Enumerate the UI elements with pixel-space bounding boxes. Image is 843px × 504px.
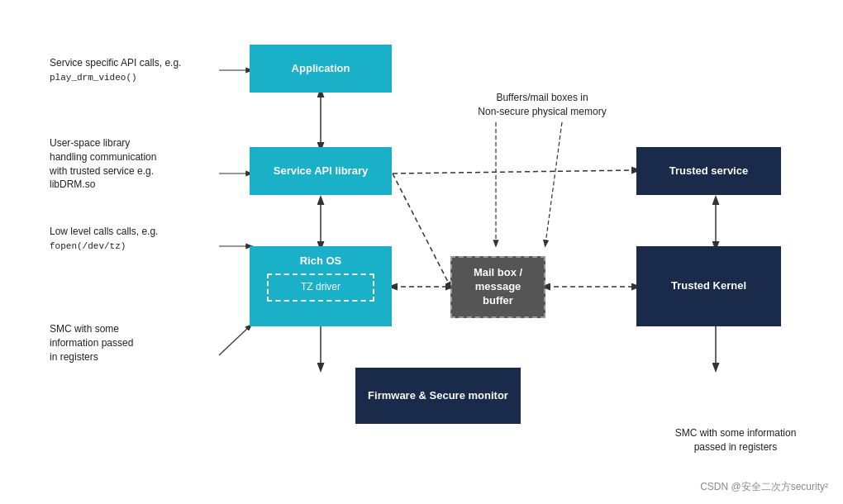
label-smc-left: SMC with some information passed in regi… — [50, 322, 215, 364]
rich-os-box: Rich OS TZ driver — [250, 246, 392, 326]
label-buffers: Buffers/mail boxes in Non-secure physica… — [460, 91, 625, 119]
trusted-kernel-label: Trusted Kernel — [671, 279, 746, 293]
watermark: CSDN @安全二次方security² — [700, 480, 828, 494]
tz-driver-label: TZ driver — [301, 281, 341, 294]
diagram-container: Application Service API library Rich OS … — [0, 0, 843, 504]
trusted-service-label: Trusted service — [669, 164, 748, 178]
svg-line-11 — [393, 174, 450, 287]
tz-driver-box: TZ driver — [267, 273, 374, 302]
label-smc-right: SMC with some information passed in regi… — [645, 426, 826, 454]
firmware-label: Firmware & Secure monitor — [368, 389, 508, 403]
firmware-box: Firmware & Secure monitor — [355, 368, 521, 424]
service-api-box: Service API library — [250, 147, 392, 195]
trusted-service-box: Trusted service — [636, 147, 781, 195]
mailbox-box: Mail box /message buffer — [450, 256, 545, 318]
label-service-api-calls: Service specific API calls, e.g. play_dr… — [50, 56, 215, 84]
service-api-label: Service API library — [274, 164, 368, 178]
label-userspace-lib: User-space library handling communicatio… — [50, 136, 215, 192]
svg-line-20 — [545, 122, 562, 244]
mailbox-label: Mail box /message buffer — [460, 266, 536, 308]
application-label: Application — [292, 62, 350, 76]
application-box: Application — [250, 45, 392, 93]
label-low-level-calls: Low level calls calls, e.g. fopen(/dev/t… — [50, 225, 215, 253]
rich-os-label: Rich OS — [300, 254, 342, 269]
svg-line-12 — [393, 170, 636, 174]
trusted-kernel-box: Trusted Kernel — [636, 246, 781, 326]
svg-line-17 — [219, 326, 250, 355]
